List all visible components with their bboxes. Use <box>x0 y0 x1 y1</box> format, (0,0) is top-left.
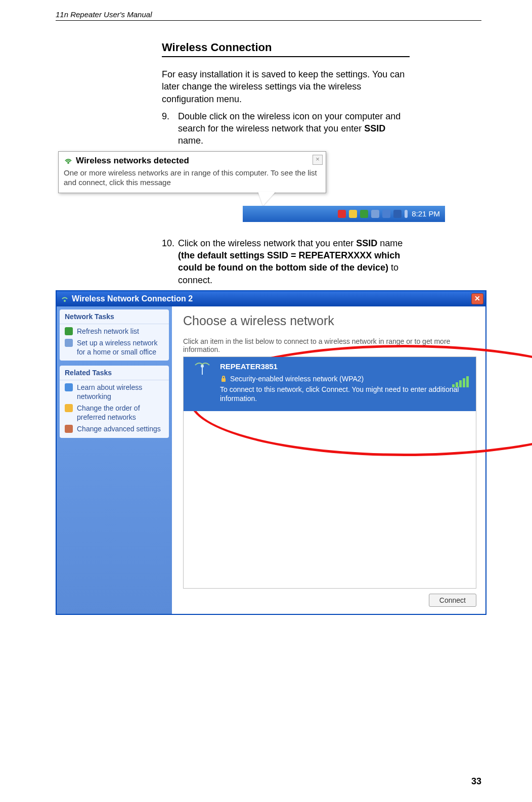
close-button[interactable]: ✕ <box>471 293 483 304</box>
page: 11n Repeater User's Manual Wireless Conn… <box>0 0 532 802</box>
group-header: Related Tasks <box>60 366 169 380</box>
dialog-body: Network Tasks Refresh network list Set u… <box>57 306 485 614</box>
refresh-icon <box>65 327 73 335</box>
setup-icon <box>65 339 73 347</box>
sidebar-item-order[interactable]: Change the order of preferred networks <box>60 401 169 422</box>
antenna-icon <box>192 362 212 375</box>
svg-point-1 <box>64 300 66 302</box>
wifi-icon <box>64 156 73 165</box>
group-header: Network Tasks <box>60 309 169 324</box>
svg-point-2 <box>201 365 204 368</box>
security-line: Security-enabled wireless network (WPA2) <box>220 375 469 383</box>
dialog-titlebar[interactable]: Wireless Network Connection 2 ✕ <box>57 291 485 306</box>
svg-rect-4 <box>221 378 226 382</box>
tray-clock: 8:21 PM <box>412 209 440 218</box>
section-title: Wireless Connection <box>162 41 410 57</box>
wireless-dialog: Wireless Network Connection 2 ✕ Network … <box>56 290 486 615</box>
balloon-tail <box>258 192 276 206</box>
step-number: 9. <box>162 110 178 147</box>
balloon-tooltip[interactable]: × Wireless networks detected One or more… <box>58 151 326 193</box>
figure-balloon-systray: × Wireless networks detected One or more… <box>56 151 445 222</box>
sidebar-item-refresh[interactable]: Refresh network list <box>60 324 169 336</box>
sidebar: Network Tasks Refresh network list Set u… <box>57 306 172 614</box>
main-pane: Choose a wireless network Click an item … <box>172 306 485 614</box>
page-number: 33 <box>471 776 481 787</box>
step-10: 10. Click on the wireless network that y… <box>162 237 410 286</box>
step-number: 10. <box>162 237 178 286</box>
tray-volume-icon[interactable] <box>382 210 390 218</box>
signal-icon <box>452 376 469 387</box>
tray-shield-icon[interactable] <box>349 210 357 218</box>
sidebar-item-learn[interactable]: Learn about wireless networking <box>60 380 169 401</box>
balloon-title: Wireless networks detected <box>76 156 189 166</box>
wifi-icon <box>61 295 69 303</box>
network-details: REPEATER3851 Security-enabled wireless n… <box>220 362 469 403</box>
tray-update-icon[interactable] <box>360 210 368 218</box>
related-tasks-group: Related Tasks Learn about wireless netwo… <box>60 366 169 438</box>
connect-button[interactable]: Connect <box>429 594 476 607</box>
network-list[interactable]: REPEATER3851 Security-enabled wireless n… <box>183 357 476 589</box>
content-column-2: 10. Click on the wireless network that y… <box>162 237 410 286</box>
star-icon <box>65 404 73 412</box>
connect-row: Connect <box>183 589 476 607</box>
dialog-title-text: Wireless Network Connection 2 <box>72 294 193 303</box>
page-header: 11n Repeater User's Manual <box>56 10 481 21</box>
sidebar-item-setup[interactable]: Set up a wireless network for a home or … <box>60 336 169 357</box>
balloon-body: One or more wireless networks are in ran… <box>64 168 321 188</box>
svg-rect-3 <box>202 368 203 375</box>
network-item[interactable]: REPEATER3851 Security-enabled wireless n… <box>184 357 476 411</box>
lock-icon <box>220 375 227 382</box>
ssid-name: REPEATER3851 <box>220 362 469 371</box>
content-column: Wireless Connection For easy installatio… <box>162 41 410 147</box>
choose-subtext: Click an item in the list below to conne… <box>183 337 476 353</box>
step-9: 9. Double click on the wireless icon on … <box>162 110 410 147</box>
tray-icons <box>338 210 408 218</box>
network-icon-col <box>191 362 214 403</box>
tray-device-icon[interactable] <box>371 210 379 218</box>
info-icon <box>65 383 73 391</box>
step-body: Double click on the wireless icon on you… <box>178 110 410 147</box>
network-tasks-group: Network Tasks Refresh network list Set u… <box>60 309 169 361</box>
system-tray[interactable]: 8:21 PM <box>243 206 445 222</box>
header-text: 11n Repeater User's Manual <box>56 10 152 19</box>
settings-icon <box>65 425 73 433</box>
choose-heading: Choose a wireless network <box>183 314 476 328</box>
tray-monitor-icon[interactable] <box>393 210 402 218</box>
intro-paragraph: For easy installation it is saved to kee… <box>162 68 410 105</box>
step-body: Click on the wireless network that you e… <box>178 237 410 286</box>
network-help-text: To connect to this network, click Connec… <box>220 385 469 403</box>
tray-expand-icon[interactable] <box>405 210 408 218</box>
tray-network-icon[interactable] <box>338 210 346 218</box>
sidebar-item-advanced[interactable]: Change advanced settings <box>60 422 169 434</box>
svg-point-0 <box>67 162 69 164</box>
close-icon[interactable]: × <box>313 155 323 165</box>
